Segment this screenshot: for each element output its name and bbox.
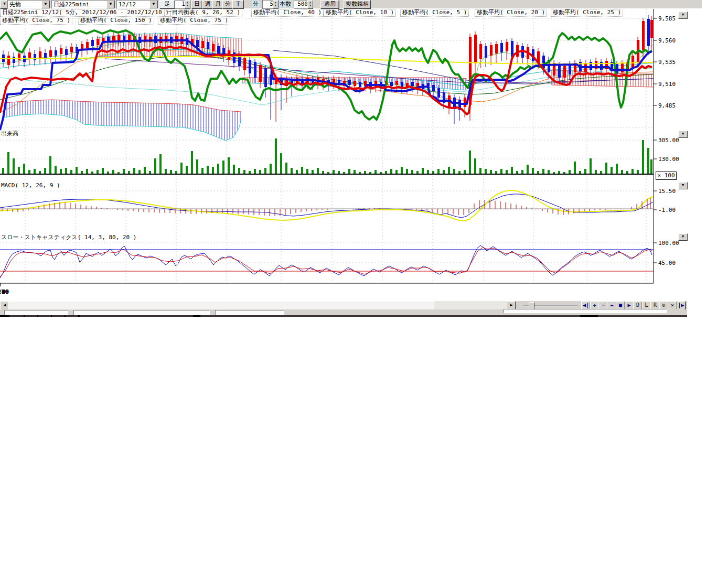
status-box: [215, 310, 284, 315]
svg-text:15.50: 15.50: [658, 188, 676, 195]
volume-panel-menu-button[interactable]: ▼: [678, 131, 688, 138]
price-chart-canvas[interactable]: 9,5859,5609,5359,5109,485305.00130.0015.…: [0, 0, 688, 300]
svg-text:305.00: 305.00: [658, 137, 679, 144]
svg-text:130.00: 130.00: [658, 156, 679, 163]
zoom-slider-thumb[interactable]: [529, 302, 534, 309]
svg-text:9,560: 9,560: [658, 37, 676, 44]
status-box: [73, 310, 210, 315]
svg-text:100.00: 100.00: [658, 240, 679, 247]
svg-text:-1.00: -1.00: [658, 207, 676, 213]
status-box: [4, 310, 68, 315]
status-box: [504, 309, 667, 313]
status-strip: [0, 309, 687, 315]
svg-text:45.00: 45.00: [658, 260, 676, 266]
volume-multiplier-badge: × 100: [656, 172, 677, 180]
stochastics-panel-menu-button[interactable]: ▼: [678, 233, 688, 241]
svg-text:9,510: 9,510: [658, 81, 676, 88]
svg-text:9,535: 9,535: [658, 59, 676, 66]
scrollbar-track[interactable]: [434, 301, 507, 309]
price-panel-menu-button[interactable]: ▼: [678, 12, 688, 19]
window-bottom-edge: [0, 315, 687, 317]
svg-text:9,585: 9,585: [658, 15, 676, 22]
svg-text:12/10: 12/10: [0, 288, 9, 295]
svg-text:9,485: 9,485: [658, 102, 676, 109]
macd-panel-menu-button[interactable]: ▼: [678, 182, 688, 189]
